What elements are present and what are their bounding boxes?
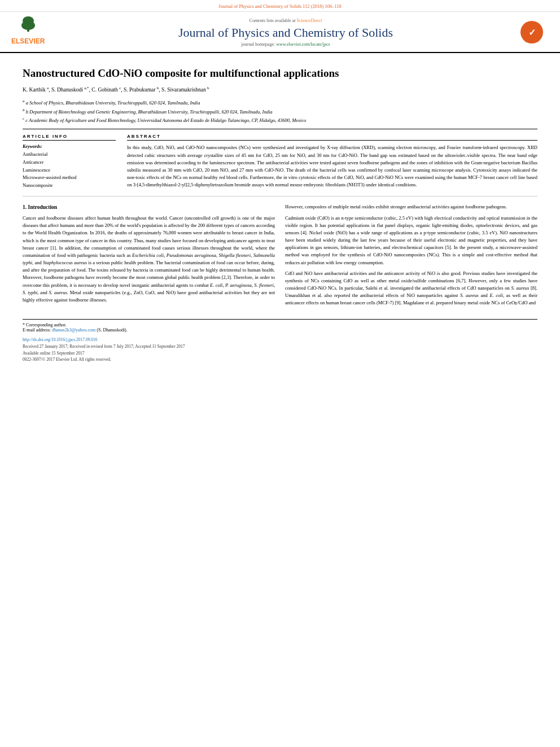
main-content: Nanostructured CdO-NiO composite for mul… <box>0 53 560 373</box>
journal-header: ELSEVIER Contents lists available at Sci… <box>0 12 560 53</box>
intro-heading: 1. Introduction <box>23 203 275 212</box>
body-left-col: 1. Introduction Cancer and foodborne dis… <box>23 203 275 310</box>
svg-text:✓: ✓ <box>528 28 535 37</box>
author-sup-c: c <box>119 86 121 90</box>
email-label: E-mail address: <box>23 327 51 333</box>
svg-text:CrossMark: CrossMark <box>524 40 539 43</box>
intro-right-para2: Cadmium oxide (CdO) is an n-type semicon… <box>285 215 537 267</box>
body-right-col: However, composites of multiple metal ox… <box>285 203 537 310</box>
abstract-title: ABSTRACT <box>127 134 537 141</box>
abstract-section: ABSTRACT In this study, CdO, NiO, and Cd… <box>127 134 537 189</box>
homepage-url[interactable]: www.elsevier.com/locate/jpcs <box>276 42 330 47</box>
svg-point-4 <box>21 21 35 30</box>
author-sup-b2: b <box>207 86 209 90</box>
elsevier-logo: ELSEVIER <box>11 16 56 49</box>
homepage-line: journal homepage: www.elsevier.com/locat… <box>62 42 509 47</box>
journal-title: Journal of Physics and Chemistry of Soli… <box>62 25 509 40</box>
copyright-line: 0022-3697/© 2017 Elsevier Ltd. All right… <box>23 357 537 362</box>
affiliation-b: b b Department of Biotechnology and Gene… <box>23 107 537 116</box>
keyword-luminescence: Luminescence <box>23 167 116 174</box>
intro-right-para3: CdO and NiO have antibacterial activitie… <box>285 270 537 307</box>
author-sup-a2: a,* <box>84 86 89 90</box>
abstract-text: In this study, CdO, NiO, and CdO-NiO nan… <box>127 144 537 189</box>
article-meta-section: ARTICLE INFO Keywords: Antibacterial Ant… <box>23 134 537 189</box>
crossmark-area: ✓ CrossMark <box>515 20 549 45</box>
contents-line: Contents lists available at ScienceDirec… <box>62 18 509 23</box>
affiliation-c: c c Academic Body of Agriculture and Foo… <box>23 116 537 124</box>
affiliation-a: a a School of Physics, Bharathidasan Uni… <box>23 98 537 107</box>
top-bar: Journal of Physics and Chemistry of Soli… <box>0 0 560 12</box>
keywords-label: Keywords: <box>23 144 116 149</box>
available-line: Available online 15 September 2017 <box>23 351 537 356</box>
svg-text:ELSEVIER: ELSEVIER <box>11 37 45 45</box>
section-divider <box>23 196 537 196</box>
email-address[interactable]: dhanus2k3@yahoo.com <box>52 327 95 333</box>
article-info-title: ARTICLE INFO <box>23 134 116 141</box>
article-title: Nanostructured CdO-NiO composite for mul… <box>23 67 537 81</box>
crossmark-icon: ✓ CrossMark <box>519 20 545 45</box>
journal-center-header: Contents lists available at ScienceDirec… <box>62 18 509 47</box>
article-info: ARTICLE INFO Keywords: Antibacterial Ant… <box>23 134 116 189</box>
detected-and: and <box>529 300 536 305</box>
email-person: (S. Dhanuskodi). <box>97 327 127 333</box>
intro-right-para1: However, composites of multiple metal ox… <box>285 203 537 211</box>
keyword-microwave: Microwave-assisted method <box>23 174 116 182</box>
affiliations: a a School of Physics, Bharathidasan Uni… <box>23 98 537 129</box>
body-section: 1. Introduction Cancer and foodborne dis… <box>23 203 537 310</box>
received-line: Received 27 January 2017; Received in re… <box>23 344 537 349</box>
journal-citation: Journal of Physics and Chemistry of Soli… <box>218 3 342 9</box>
author-sup-b: b <box>157 86 159 90</box>
keyword-anticancer: Anticancer <box>23 159 116 167</box>
intro-para1: Cancer and foodborne diseases affect hum… <box>23 215 275 304</box>
doi-area: http://dx.doi.org/10.1016/j.jpcs.2017.09… <box>23 337 537 342</box>
email-line: E-mail address: dhanus2k3@yahoo.com (S. … <box>23 327 537 333</box>
keyword-nanocomposite: Nanocomposite <box>23 182 116 190</box>
keyword-antibacterial: Antibacterial <box>23 151 116 159</box>
sciencedirect-link[interactable]: ScienceDirect <box>297 18 322 23</box>
author-sup-a: a <box>47 86 49 90</box>
authors-line: K. Karthik a, S. Dhanuskodi a,*, C. Gobi… <box>23 85 537 94</box>
footnote-area: * Corresponding author. E-mail address: … <box>23 319 537 362</box>
corresponding-note: * Corresponding author. <box>23 322 537 327</box>
